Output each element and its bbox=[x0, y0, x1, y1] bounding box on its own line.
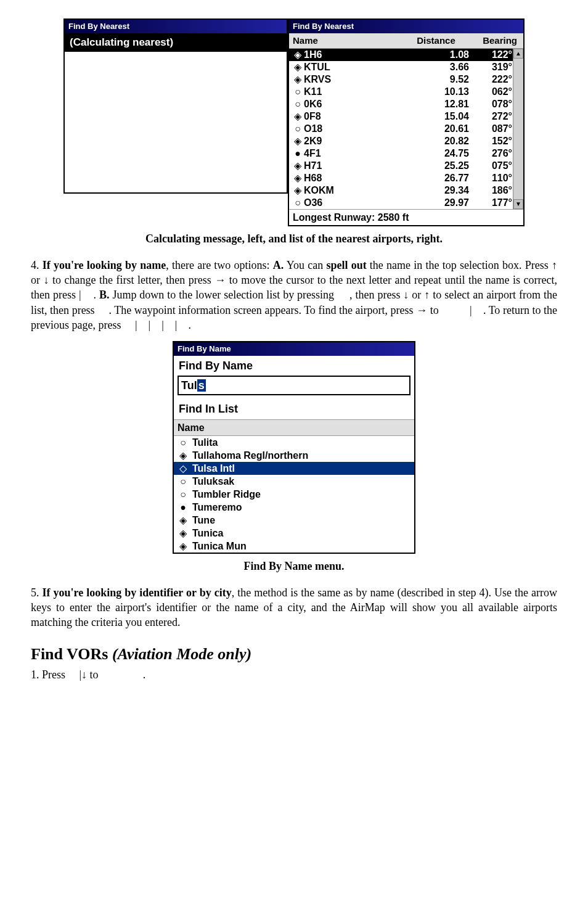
airport-distance: 29.97 bbox=[426, 197, 469, 209]
airport-bearing: 078° bbox=[469, 98, 512, 110]
airport-row[interactable]: ○O3629.97177° bbox=[289, 197, 523, 209]
airport-icon: ○ bbox=[178, 475, 189, 488]
airport-icon: ○ bbox=[292, 123, 304, 135]
airport-row[interactable]: ◈0F815.04272° bbox=[289, 110, 523, 123]
list-item[interactable]: ◈Tunica bbox=[174, 527, 414, 540]
airport-icon: ○ bbox=[292, 197, 304, 209]
airport-name: Tumbler Ridge bbox=[192, 488, 261, 501]
airport-distance: 29.34 bbox=[426, 184, 469, 197]
name-input-wrap: Tuls bbox=[174, 376, 414, 399]
airport-name: Tulita bbox=[192, 436, 218, 449]
airport-name: Tumeremo bbox=[192, 501, 242, 514]
scrollbar[interactable]: ▲ ▼ bbox=[513, 49, 523, 209]
airport-icon: ◈ bbox=[292, 160, 304, 172]
airport-name: KRVS bbox=[304, 73, 426, 86]
scroll-down-icon[interactable]: ▼ bbox=[513, 199, 523, 209]
airport-bearing: 110° bbox=[469, 172, 512, 184]
airport-row[interactable]: ◈KOKM29.34186° bbox=[289, 184, 523, 197]
airport-bearing: 319° bbox=[469, 61, 512, 73]
airport-icon: ○ bbox=[292, 98, 304, 110]
list-item[interactable]: ◈Tunica Mun bbox=[174, 540, 414, 553]
txt: 1. Press bbox=[31, 668, 68, 681]
airport-name: 1H6 bbox=[304, 49, 426, 61]
name-result-list[interactable]: ○Tulita◈Tullahoma Regl/northern◇Tulsa In… bbox=[174, 436, 414, 553]
airport-bearing: 186° bbox=[469, 184, 512, 197]
runway-footer: Longest Runway: 2580 ft bbox=[289, 209, 523, 226]
key: | bbox=[135, 319, 137, 331]
airport-distance: 15.04 bbox=[426, 110, 469, 123]
airport-name: Tune bbox=[192, 514, 215, 527]
airport-icon: ● bbox=[292, 147, 304, 160]
input-cursor: s bbox=[197, 379, 206, 392]
titlebar-right: Find By Nearest bbox=[289, 20, 523, 33]
txt-bold: If you're looking by name bbox=[43, 259, 166, 271]
airport-bearing: 122° bbox=[469, 49, 512, 61]
key: | bbox=[470, 304, 472, 316]
airport-icon: ◈ bbox=[178, 514, 189, 527]
airport-distance: 25.25 bbox=[426, 160, 469, 172]
airport-row[interactable]: ○0K612.81078° bbox=[289, 98, 523, 110]
header-name: Name bbox=[289, 33, 396, 48]
airport-row[interactable]: ◈KTUL3.66319° bbox=[289, 61, 523, 73]
airport-name: H71 bbox=[304, 160, 426, 172]
airport-bearing: 152° bbox=[469, 135, 512, 147]
airport-name: 0F8 bbox=[304, 110, 426, 123]
airport-name: KTUL bbox=[304, 61, 426, 73]
key: |↓ to bbox=[80, 668, 99, 681]
airport-icon: ○ bbox=[178, 488, 189, 501]
airport-distance: 20.61 bbox=[426, 123, 469, 135]
airport-distance: 24.75 bbox=[426, 147, 469, 160]
list-item[interactable]: ◈Tullahoma Regl/northern bbox=[174, 449, 414, 462]
list-item[interactable]: ●Tumeremo bbox=[174, 501, 414, 514]
figure2-caption: Find By Name menu. bbox=[31, 559, 557, 574]
airport-name: H68 bbox=[304, 172, 426, 184]
airport-row[interactable]: ○O1820.61087° bbox=[289, 123, 523, 135]
airport-name: Tullahoma Regl/northern bbox=[192, 449, 308, 462]
airport-distance: 10.13 bbox=[426, 86, 469, 98]
airport-icon: ● bbox=[178, 501, 189, 514]
list-item[interactable]: ○Tuluksak bbox=[174, 475, 414, 488]
name-input[interactable]: Tuls bbox=[178, 376, 410, 395]
airport-icon: ◈ bbox=[292, 61, 304, 73]
header-distance: Distance bbox=[396, 33, 455, 48]
label-find-by-name: Find By Name bbox=[174, 356, 414, 376]
list-item[interactable]: ◇Tulsa Intl bbox=[174, 462, 414, 475]
titlebar-findname: Find By Name bbox=[174, 342, 414, 356]
txt: Jump down to the lower selection list by… bbox=[109, 289, 337, 301]
airport-name: 4F1 bbox=[304, 147, 426, 160]
airport-bearing: 075° bbox=[469, 160, 512, 172]
txt: . The waypoint information screen appear… bbox=[108, 304, 441, 316]
figure-find-by-name: Find By Name Find By Name Tuls Find In L… bbox=[31, 341, 557, 554]
txt: , there are two options: bbox=[166, 259, 273, 271]
airport-bearing: 177° bbox=[469, 197, 512, 209]
airport-list[interactable]: ▲ ▼ ◈1H61.08122°◈KTUL3.66319°◈KRVS9.5222… bbox=[289, 49, 523, 209]
airport-bearing: 222° bbox=[469, 73, 512, 86]
airport-icon: ◈ bbox=[292, 135, 304, 147]
airport-icon: ◈ bbox=[178, 540, 189, 553]
list-item[interactable]: ◈Tune bbox=[174, 514, 414, 527]
airport-row[interactable]: ●4F124.75276° bbox=[289, 147, 523, 160]
airport-row[interactable]: ○K1110.13062° bbox=[289, 86, 523, 98]
window-calculating: Find By Nearest (Calculating nearest) bbox=[63, 19, 288, 194]
airport-bearing: 087° bbox=[469, 123, 512, 135]
airport-row[interactable]: ◈1H61.08122° bbox=[289, 49, 523, 61]
nearest-header: Name Distance Bearing bbox=[289, 33, 523, 49]
airport-row[interactable]: ◈H7125.25075° bbox=[289, 160, 523, 172]
key: | bbox=[149, 319, 151, 331]
list-item[interactable]: ○Tumbler Ridge bbox=[174, 488, 414, 501]
airport-row[interactable]: ◈KRVS9.52222° bbox=[289, 73, 523, 86]
airport-icon: ○ bbox=[178, 436, 189, 449]
scroll-up-icon[interactable]: ▲ bbox=[513, 49, 523, 59]
airport-name: Tunica bbox=[192, 527, 223, 540]
airport-row[interactable]: ◈2K920.82152° bbox=[289, 135, 523, 147]
window-nearest-list: Find By Nearest Name Distance Bearing ▲ … bbox=[288, 19, 525, 226]
airport-name: Tuluksak bbox=[192, 475, 234, 488]
airport-row[interactable]: ◈H6826.77110° bbox=[289, 172, 523, 184]
airport-icon: ◇ bbox=[178, 462, 189, 475]
heading-main: Find VORs bbox=[31, 645, 112, 663]
list-item[interactable]: ○Tulita bbox=[174, 436, 414, 449]
airport-icon: ○ bbox=[292, 86, 304, 98]
airport-distance: 9.52 bbox=[426, 73, 469, 86]
header-bearing: Bearing bbox=[455, 33, 523, 48]
txt-bold: B. bbox=[99, 289, 110, 301]
